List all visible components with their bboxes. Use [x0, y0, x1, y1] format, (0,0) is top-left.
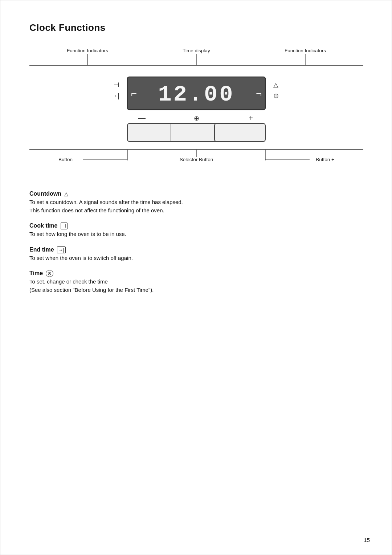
countdown-indicator: △	[273, 81, 278, 89]
time-line-1: To set, change or check the time	[29, 278, 108, 285]
time-title: Time	[29, 270, 43, 276]
section-countdown: Countdown △ To set a countdown. A signal…	[29, 191, 363, 215]
minus-symbol-display: —	[138, 114, 146, 122]
countdown-line-1: To set a countdown. A signal sounds afte…	[29, 199, 183, 205]
cook-time-line-1: To set how long the oven is to be in use…	[29, 231, 126, 237]
countdown-icon: △	[64, 191, 68, 197]
button-plus-label: Button +	[316, 157, 334, 162]
diagram-svg: Function Indicators Time display Functio…	[29, 44, 363, 182]
section-time: Time ⊙ To set, change or check the time …	[29, 270, 363, 294]
lcd-text: 12.00	[158, 82, 234, 107]
lcd-bracket-right: ¬	[256, 88, 262, 99]
button-minus-label: Button —	[58, 157, 79, 162]
page-number: 15	[364, 537, 370, 543]
label-time-display: Time display	[183, 48, 210, 53]
diagram: Function Indicators Time display Functio…	[29, 44, 363, 183]
end-time-icon: →|	[57, 246, 66, 253]
time-line-2: (See also section "Before Using for the …	[29, 287, 154, 293]
cook-time-body: To set how long the oven is to be in use…	[29, 230, 363, 238]
end-time-line-1: To set when the oven is to switch off ag…	[29, 255, 133, 261]
lcd-bracket-left: ⌐	[131, 88, 137, 99]
page-title: Clock Functions	[29, 22, 363, 33]
end-time-title: End time	[29, 246, 54, 253]
end-time-body: To set when the oven is to switch off ag…	[29, 254, 363, 262]
plus-symbol-display: +	[249, 114, 253, 122]
selector-symbol-display: ⊕	[194, 115, 199, 122]
cook-time-title: Cook time	[29, 223, 57, 229]
section-end-time: End time →| To set when the oven is to s…	[29, 246, 363, 262]
countdown-line-2: This function does not affect the functi…	[29, 207, 164, 213]
label-function-indicators-left: Function Indicators	[67, 48, 108, 53]
time-indicator: ⊙	[273, 92, 279, 99]
button-plus-rect[interactable]	[215, 123, 265, 142]
cook-time-icon: ⊣	[61, 223, 68, 229]
page: Clock Functions Function Indicators Time…	[0, 0, 392, 555]
selector-button-label: Selector Button	[180, 157, 213, 162]
countdown-body: To set a countdown. A signal sounds afte…	[29, 198, 363, 215]
countdown-title: Countdown	[29, 191, 61, 197]
label-function-indicators-right: Function Indicators	[285, 48, 326, 53]
section-cook-time: Cook time ⊣ To set how long the oven is …	[29, 223, 363, 238]
time-body: To set, change or check the time (See al…	[29, 278, 363, 294]
cook-time-indicator: ⊣	[114, 81, 119, 89]
time-icon: ⊙	[46, 270, 53, 277]
end-time-indicator: →|	[111, 92, 119, 99]
